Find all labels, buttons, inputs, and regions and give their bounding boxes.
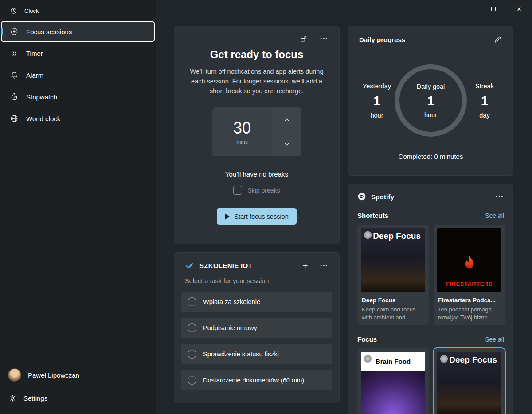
left-column: ••• Get ready to focus We’ll turn off no… [174, 26, 340, 414]
playlist-tile-brain-food[interactable]: Brain Food [357, 348, 429, 414]
yesterday-stat: Yesterday 1 hour [359, 83, 395, 119]
user-account-row[interactable]: Paweł Lipowczan [1, 364, 155, 386]
playlist-cover-image: Brain Food [361, 352, 425, 414]
sidebar-item-stopwatch[interactable]: Stopwatch [1, 87, 155, 107]
minutes-stepper: 30 mins [212, 107, 301, 156]
avatar [8, 368, 21, 382]
goal-unit: hour [424, 111, 437, 118]
breaks-note: You’ll have no breaks [185, 170, 329, 178]
playlist-tile-deep-focus[interactable]: Deep Focus Deep Focus Keep calm and focu… [357, 225, 429, 325]
completed-text: Completed: 0 minutes [359, 153, 502, 160]
page-content: ••• Get ready to focus We’ll turn off no… [156, 18, 532, 414]
daily-progress-stats: Yesterday 1 hour Daily goal 1 hour Strea… [359, 64, 502, 137]
clock-app-icon [9, 6, 18, 15]
app-title: Clock [24, 8, 39, 14]
yesterday-value: 1 [373, 94, 381, 107]
minutes-value-area[interactable]: 30 mins [212, 107, 272, 156]
chevron-down-icon [282, 140, 291, 149]
sidebar-item-timer[interactable]: Timer [1, 43, 155, 63]
chevron-up-icon [282, 115, 291, 124]
focus-card-description: We’ll turn off notifications and app ale… [185, 67, 328, 96]
focus-see-all-link[interactable]: See all [485, 336, 504, 343]
sidebar-item-settings[interactable]: Settings [1, 387, 155, 409]
task-row[interactable]: Wpłata za szkolenie [181, 292, 332, 312]
sidebar-item-world-clock[interactable]: World clock [1, 108, 155, 129]
flame-icon [457, 253, 482, 279]
playlist-cover-image: Deep Focus [361, 228, 425, 292]
sidebar-item-label: Timer [26, 50, 43, 57]
task-radio[interactable] [188, 297, 196, 306]
task-label: Wpłata za szkolenie [203, 298, 260, 305]
sidebar-item-label: Alarm [26, 71, 43, 79]
task-radio[interactable] [188, 376, 196, 385]
cover-image-text: FIRESTARTERS [446, 280, 493, 287]
maximize-button[interactable] [481, 0, 506, 18]
shortcuts-section-header: Shortcuts See all [357, 212, 504, 219]
yesterday-label: Yesterday [363, 83, 391, 90]
task-label: Podpisanie umowy [203, 324, 257, 331]
minutes-unit: mins [236, 139, 247, 145]
task-label: Dostarczenie dokumentów (60 min) [203, 377, 304, 384]
titlebar: ✕ [156, 0, 532, 18]
minutes-value: 30 [233, 119, 251, 138]
app-header: Clock [0, 4, 156, 21]
todo-tasks-card: SZKOLENIE IOT + ••• Select a task for yo… [174, 252, 340, 403]
streak-value: 1 [481, 94, 489, 107]
edit-pencil-icon[interactable] [493, 35, 502, 44]
skip-breaks-checkbox[interactable] [233, 186, 242, 195]
more-options-icon[interactable]: ••• [321, 36, 329, 41]
sidebar-nav: Focus sessions Timer Alarm Stopwatch [0, 21, 156, 129]
todo-check-icon [185, 261, 194, 270]
bell-icon [10, 71, 19, 79]
sidebar-bottom: Paweł Lipowczan Settings [0, 364, 156, 414]
task-radio[interactable] [188, 323, 196, 332]
more-options-icon[interactable]: ••• [321, 264, 329, 268]
sidebar-item-focus-sessions[interactable]: Focus sessions [1, 21, 155, 42]
playlist-cover-image: Deep Focus [437, 352, 501, 414]
clock-app-window: Clock Focus sessions Timer Alarm [0, 0, 532, 414]
main-area: ✕ ••• Get ready to focus We’ll turn off … [156, 0, 532, 414]
sidebar-item-label: Stopwatch [26, 93, 57, 101]
task-label: Sprawdzenie statusu fiszki [203, 351, 279, 358]
shortcuts-tiles: Deep Focus Deep Focus Keep calm and focu… [357, 225, 504, 325]
cover-image-text: Deep Focus [449, 355, 497, 364]
goal-value: 1 [427, 94, 434, 107]
decrease-minutes-button[interactable] [272, 132, 301, 157]
skip-breaks-row: Skip breaks [185, 186, 329, 195]
task-row[interactable]: Podpisanie umowy [181, 318, 332, 338]
spotify-card: Spotify ••• Shortcuts See all Deep Focus [348, 184, 513, 414]
sidebar-item-label: World clock [26, 115, 60, 122]
tasks-subtitle: Select a task for your session [185, 277, 329, 284]
increase-minutes-button[interactable] [272, 107, 301, 132]
task-list-title: SZKOLENIE IOT [200, 262, 302, 269]
task-row[interactable]: Sprawdzenie statusu fiszki [181, 344, 332, 364]
minimize-button[interactable] [455, 0, 481, 18]
focus-session-card: ••• Get ready to focus We’ll turn off no… [174, 26, 340, 244]
maximize-icon [491, 7, 496, 11]
start-focus-session-button[interactable]: Start focus session [217, 208, 297, 225]
stopwatch-icon [10, 92, 19, 101]
gear-icon [8, 394, 17, 402]
add-task-icon[interactable]: + [302, 261, 308, 270]
playlist-title: Firestarters Podca... [437, 297, 501, 304]
spotify-logo-icon [357, 192, 366, 201]
focus-card-title: Get ready to focus [185, 48, 329, 61]
close-button[interactable]: ✕ [506, 0, 532, 18]
playlist-cover-image: FIRESTARTERS [437, 228, 501, 292]
focus-section-header: Focus See all [357, 335, 504, 343]
more-options-icon[interactable]: ••• [496, 194, 504, 199]
daily-progress-title: Daily progress [359, 36, 405, 43]
shortcuts-see-all-link[interactable]: See all [485, 212, 504, 219]
playlist-tile-firestarters[interactable]: FIRESTARTERS Firestarters Podca... Ten p… [434, 225, 505, 325]
task-radio[interactable] [188, 350, 196, 359]
popout-icon[interactable] [299, 34, 308, 43]
playlist-tile-deep-focus-selected[interactable]: Deep Focus [434, 348, 505, 414]
task-row[interactable]: Dostarczenie dokumentów (60 min) [181, 370, 332, 390]
daily-progress-card: Daily progress Yesterday 1 hour Daily go… [348, 26, 513, 176]
task-list: Wpłata za szkolenie Podpisanie umowy Spr… [181, 292, 332, 390]
streak-unit: day [479, 112, 489, 119]
sidebar-item-alarm[interactable]: Alarm [1, 65, 155, 85]
streak-stat: Streak 1 day [467, 83, 502, 119]
globe-icon [10, 114, 19, 123]
shortcuts-heading: Shortcuts [357, 212, 388, 219]
